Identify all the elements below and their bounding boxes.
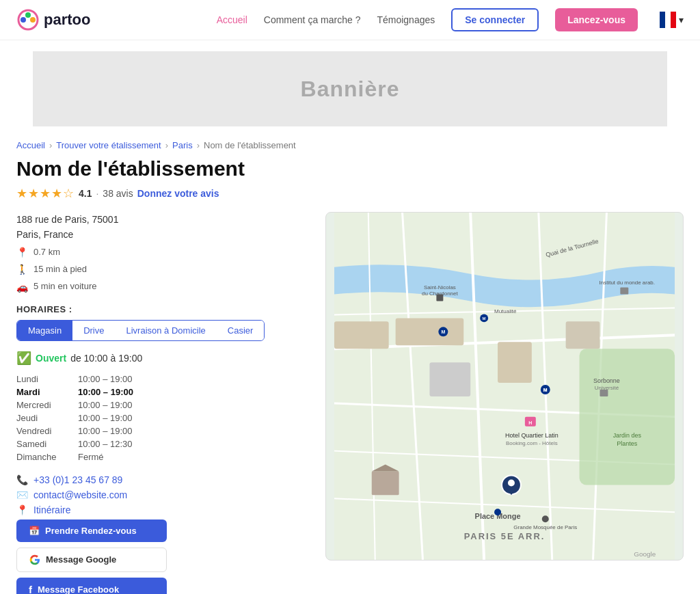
svg-rect-26 bbox=[498, 342, 532, 383]
table-row: Dimanche Fermé bbox=[16, 450, 304, 463]
day-mardi: Mardi bbox=[16, 386, 78, 399]
hours-mardi: 10:00 – 19:00 bbox=[78, 386, 304, 399]
map-pin-icon: 📍 bbox=[16, 504, 28, 515]
rdv-button[interactable]: 📅 Prendre Rendez-vous bbox=[16, 519, 167, 542]
svg-text:Institut du monde arab.: Institut du monde arab. bbox=[600, 280, 655, 286]
distance-value: 0.7 km bbox=[33, 245, 60, 260]
day-dimanche: Dimanche bbox=[16, 450, 78, 463]
table-row: Lundi 10:00 – 19:00 bbox=[16, 373, 304, 386]
svg-point-0 bbox=[16, 8, 40, 31]
itinerary-row: 📍 Itinéraire bbox=[16, 504, 304, 515]
hours-samedi: 10:00 – 12:30 bbox=[78, 437, 304, 450]
svg-rect-59 bbox=[620, 288, 628, 295]
hours-lundi: 10:00 – 19:00 bbox=[78, 373, 304, 386]
email-link[interactable]: contact@website.com bbox=[33, 489, 127, 500]
phone-row: 📞 +33 (0)1 23 45 67 89 bbox=[16, 474, 304, 485]
logo[interactable]: partoo bbox=[16, 8, 90, 31]
svg-rect-23 bbox=[334, 321, 389, 349]
svg-text:Mutualité: Mutualité bbox=[494, 308, 517, 314]
svg-text:M: M bbox=[543, 388, 548, 392]
nav-links: Accueil Comment ça marche ? Témoignages … bbox=[217, 8, 684, 31]
google-message-button[interactable]: Message Google bbox=[16, 548, 167, 572]
table-row: Samedi 10:00 – 12:30 bbox=[16, 437, 304, 450]
give-review-link[interactable]: Donnez votre avis bbox=[137, 188, 219, 199]
nav-comment[interactable]: Comment ça marche ? bbox=[264, 14, 361, 25]
day-jeudi: Jeudi bbox=[16, 411, 78, 424]
open-status: ✅ Ouvert de 10:00 à 19:00 bbox=[16, 351, 304, 366]
svg-rect-9 bbox=[665, 12, 671, 28]
svg-text:H: H bbox=[528, 420, 532, 425]
nav-accueil[interactable]: Accueil bbox=[217, 14, 247, 25]
rdv-icon: 📅 bbox=[29, 526, 40, 536]
breadcrumb: Accueil › Trouver votre étalissement › P… bbox=[16, 140, 684, 150]
table-row: Mercredi 10:00 – 19:00 bbox=[16, 399, 304, 411]
car-icon: 🚗 bbox=[16, 280, 28, 295]
breadcrumb-find[interactable]: Trouver votre étalissement bbox=[56, 140, 161, 150]
tab-livraison[interactable]: Livraison à Domicile bbox=[115, 321, 216, 340]
email-row: ✉️ contact@website.com bbox=[16, 489, 304, 500]
table-row: Jeudi 10:00 – 19:00 bbox=[16, 411, 304, 424]
logo-text: partoo bbox=[44, 11, 90, 29]
address-block: 188 rue de Paris, 75001 Paris, France 📍 … bbox=[16, 212, 304, 295]
drive-time: 5 min en voiture bbox=[33, 280, 97, 294]
svg-text:du Chardonnet: du Chardonnet bbox=[422, 291, 458, 297]
hours-mercredi: 10:00 – 19:00 bbox=[78, 399, 304, 411]
rating-score: 4.1 bbox=[79, 188, 92, 199]
svg-rect-8 bbox=[660, 12, 665, 28]
email-icon: ✉️ bbox=[16, 489, 28, 500]
map[interactable]: M M Place Monge M H Hotel Quartier Latin… bbox=[325, 212, 684, 561]
rating-row: ★★★★☆ 4.1 · 38 avis Donnez votre avis bbox=[16, 186, 684, 201]
svg-rect-24 bbox=[396, 318, 464, 345]
open-hours-text: de 10:00 à 19:00 bbox=[70, 353, 142, 364]
distance-row: 📍 0.7 km bbox=[16, 245, 304, 260]
connect-button[interactable]: Se connecter bbox=[451, 8, 539, 31]
day-mercredi: Mercredi bbox=[16, 399, 78, 411]
phone-icon: 📞 bbox=[16, 474, 28, 485]
banner: Bannière bbox=[33, 51, 667, 126]
schedule-table: Lundi 10:00 – 19:00 Mardi 10:00 – 19:00 … bbox=[16, 373, 304, 463]
svg-text:Grande Mosquée de Paris: Grande Mosquée de Paris bbox=[513, 524, 577, 530]
svg-text:Université: Université bbox=[595, 385, 619, 391]
nav-temoignages[interactable]: Témoignages bbox=[377, 14, 435, 25]
svg-text:Hotel Quartier Latin: Hotel Quartier Latin bbox=[505, 432, 558, 439]
svg-rect-28 bbox=[372, 472, 399, 496]
breadcrumb-sep-1: › bbox=[49, 140, 52, 150]
phone-link[interactable]: +33 (0)1 23 45 67 89 bbox=[33, 474, 122, 485]
hours-jeudi: 10:00 – 19:00 bbox=[78, 411, 304, 424]
facebook-message-button[interactable]: f Message Facebook bbox=[16, 578, 167, 594]
svg-text:Jardin des: Jardin des bbox=[613, 432, 642, 439]
tab-casier[interactable]: Casier bbox=[217, 321, 265, 340]
day-vendredi: Vendredi bbox=[16, 424, 78, 437]
svg-point-31 bbox=[508, 479, 515, 486]
svg-rect-25 bbox=[429, 362, 470, 396]
table-row: Vendredi 10:00 – 19:00 bbox=[16, 424, 304, 437]
svg-rect-22 bbox=[580, 349, 675, 485]
breadcrumb-home[interactable]: Accueil bbox=[16, 140, 45, 150]
svg-text:Plantes: Plantes bbox=[617, 440, 637, 447]
launch-button[interactable]: Lancez-vous bbox=[555, 8, 638, 31]
info-column: 188 rue de Paris, 75001 Paris, France 📍 … bbox=[16, 212, 304, 594]
svg-text:PARIS 5E ARR.: PARIS 5E ARR. bbox=[464, 531, 546, 541]
banner-text: Bannière bbox=[301, 77, 400, 102]
walk-row: 🚶 15 min à pied bbox=[16, 262, 304, 277]
facebook-label: Message Facebook bbox=[38, 584, 119, 594]
tab-drive[interactable]: Drive bbox=[72, 321, 115, 340]
rating-count: 38 avis bbox=[103, 188, 133, 199]
svg-text:Google: Google bbox=[634, 550, 656, 558]
svg-point-38 bbox=[494, 509, 501, 515]
address-city: Paris, France bbox=[16, 227, 304, 242]
language-selector[interactable]: ▾ bbox=[660, 12, 684, 28]
day-lundi: Lundi bbox=[16, 373, 78, 386]
drive-row: 🚗 5 min en voiture bbox=[16, 280, 304, 295]
svg-text:Saint-Nicolas: Saint-Nicolas bbox=[424, 284, 456, 291]
rdv-label: Prendre Rendez-vous bbox=[45, 526, 137, 536]
service-tabs: Magasin Drive Livraison à Domicile Casie… bbox=[16, 320, 265, 341]
breadcrumb-sep-3: › bbox=[197, 140, 200, 150]
hours-label: HORAIRES : bbox=[16, 304, 304, 314]
svg-text:M: M bbox=[441, 329, 445, 334]
breadcrumb-paris[interactable]: Paris bbox=[172, 140, 193, 150]
itinerary-link[interactable]: Itinéraire bbox=[33, 504, 70, 515]
svg-text:M: M bbox=[483, 316, 486, 321]
tab-magasin[interactable]: Magasin bbox=[17, 321, 72, 340]
open-label: Ouvert bbox=[36, 353, 66, 364]
